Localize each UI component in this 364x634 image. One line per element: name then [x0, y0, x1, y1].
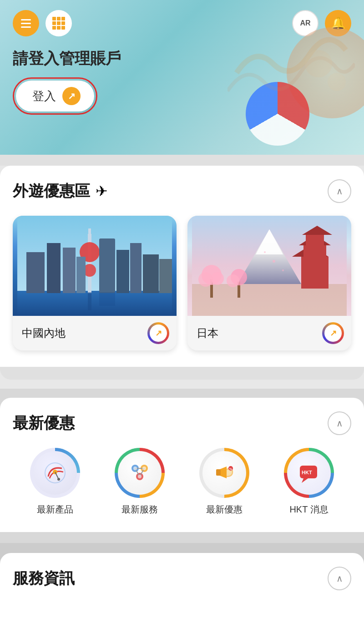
japan-arrow-icon: ↗ [324, 325, 342, 342]
svg-rect-8 [26, 252, 45, 293]
svg-point-32 [211, 272, 224, 285]
new-service-icon-svg [126, 459, 153, 487]
svg-marker-57 [302, 478, 308, 483]
service-section-content-placeholder [13, 603, 351, 630]
grid-button[interactable] [46, 10, 72, 36]
plane-icon: ✈ [96, 183, 108, 200]
svg-rect-16 [159, 259, 172, 293]
china-arrow-icon: ↗ [150, 325, 167, 342]
svg-text:%: % [229, 467, 233, 471]
travel-cards-container: 中國內地 ↗ [13, 216, 351, 350]
menu-button[interactable] [13, 10, 39, 36]
svg-rect-22 [192, 284, 347, 316]
deals-item-new-deals[interactable]: % 最新優惠 [199, 448, 249, 516]
travel-card-japan[interactable]: 日本 ↗ [187, 216, 351, 350]
svg-rect-53 [216, 469, 221, 476]
svg-rect-23 [301, 257, 329, 289]
new-product-circle-outer [30, 448, 80, 498]
svg-rect-11 [76, 257, 86, 293]
svg-point-31 [198, 272, 213, 287]
svg-rect-13 [116, 250, 129, 293]
service-collapse-button[interactable]: ∧ [328, 567, 351, 590]
header-decoration [173, 0, 364, 155]
new-product-label: 最新產品 [37, 503, 73, 516]
new-product-icon-svg [41, 459, 69, 487]
new-service-circle-inner [118, 451, 162, 495]
deals-section-gap [0, 532, 364, 543]
deals-collapse-icon: ∧ [336, 418, 343, 429]
svg-rect-7 [88, 228, 91, 238]
svg-point-51 [138, 475, 142, 478]
travel-collapse-button[interactable]: ∧ [328, 179, 351, 203]
header-left-buttons [13, 10, 72, 36]
japan-card-label: 日本 [197, 326, 218, 340]
china-card-bottom: 中國內地 ↗ [13, 316, 177, 350]
login-button-wrapper[interactable]: 登入 ↗ [13, 77, 97, 115]
travel-section-title: 外遊優惠區 [13, 181, 90, 202]
new-deals-icon-svg: % [211, 459, 238, 487]
deals-item-new-service[interactable]: 最新服務 [115, 448, 165, 516]
svg-point-50 [142, 467, 146, 470]
travel-section-header: 外遊優惠區 ✈ ∧ [13, 179, 351, 203]
japan-skyline-svg [187, 216, 351, 316]
shanghai-skyline-svg [13, 216, 177, 316]
new-service-circle-outer [115, 448, 165, 498]
svg-point-42 [57, 478, 60, 481]
new-deals-circle-outer: % [199, 448, 249, 498]
hkt-news-circle-inner: HKT [287, 451, 331, 495]
svg-rect-14 [130, 243, 142, 293]
new-service-label: 最新服務 [121, 503, 158, 516]
new-product-circle-inner [33, 451, 77, 495]
login-arrow-icon: ↗ [62, 87, 81, 105]
china-card-label: 中國內地 [22, 326, 66, 340]
deals-item-hkt-news[interactable]: HKT HKT 消息 [284, 448, 334, 516]
japan-card-arrow[interactable]: ↗ [322, 322, 344, 344]
deals-item-new-product[interactable]: 最新產品 [30, 448, 80, 516]
travel-section-wrapper: 外遊優惠區 ✈ ∧ [0, 166, 364, 389]
svg-rect-3 [17, 291, 172, 316]
svg-rect-10 [63, 248, 76, 293]
service-section-wrapper: 服務資訊 ∧ [0, 553, 364, 634]
service-section-header: 服務資訊 ∧ [13, 567, 351, 590]
header-section: AR 🔔 請登入管理賬戶 登入 ↗ [0, 0, 364, 155]
svg-rect-27 [306, 235, 324, 248]
travel-section: 外遊優惠區 ✈ ∧ [0, 166, 364, 367]
travel-section-gap [0, 367, 364, 380]
svg-rect-9 [47, 243, 61, 293]
new-deals-circle-inner: % [202, 451, 246, 495]
svg-point-1 [328, 73, 346, 91]
deals-section-header: 最新優惠 ∧ [13, 411, 351, 435]
svg-point-49 [133, 467, 137, 470]
deals-title-row: 最新優惠 [13, 413, 75, 434]
svg-point-38 [282, 269, 284, 271]
svg-point-35 [227, 274, 239, 287]
login-button[interactable]: 登入 ↗ [16, 81, 94, 112]
section-divider-1 [0, 155, 364, 166]
travel-card-china[interactable]: 中國內地 ↗ [13, 216, 177, 350]
deals-section-title: 最新優惠 [13, 413, 75, 434]
svg-rect-18 [99, 292, 115, 306]
service-section: 服務資訊 ∧ [0, 553, 364, 634]
china-card-arrow[interactable]: ↗ [147, 322, 169, 344]
service-collapse-icon: ∧ [336, 573, 343, 584]
hkt-news-icon-svg: HKT [295, 459, 323, 487]
menu-icon [21, 19, 31, 28]
japan-card-bottom: 日本 ↗ [187, 316, 351, 350]
service-title-row: 服務資訊 [13, 568, 75, 589]
hkt-news-label: HKT 消息 [289, 503, 328, 516]
china-card-image [13, 216, 177, 316]
deals-section: 最新優惠 ∧ [0, 398, 364, 532]
login-text: 登入 [32, 88, 56, 104]
header-title: 請登入管理賬戶 [0, 41, 364, 69]
deals-icon-grid: 最新產品 [13, 448, 351, 516]
svg-marker-52 [220, 467, 227, 478]
section-divider-2 [0, 389, 364, 398]
section-divider-3 [0, 543, 364, 553]
travel-collapse-icon: ∧ [336, 186, 343, 197]
deals-collapse-button[interactable]: ∧ [328, 411, 351, 435]
svg-rect-12 [99, 238, 115, 293]
new-deals-label: 最新優惠 [206, 503, 243, 516]
hkt-news-circle-outer: HKT [284, 448, 334, 498]
japan-card-image [187, 216, 351, 316]
svg-point-36 [273, 260, 275, 263]
